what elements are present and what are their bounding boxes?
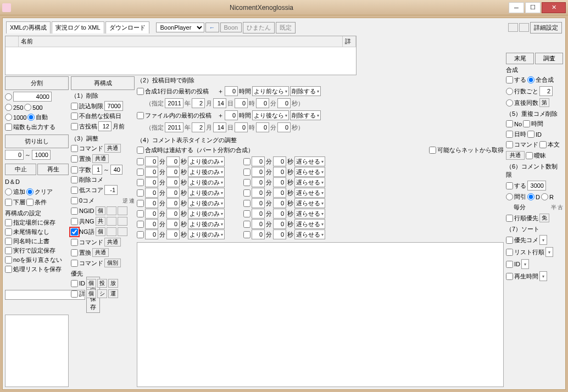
s7-id[interactable] — [506, 261, 513, 268]
t6-chk-a[interactable] — [137, 221, 144, 228]
t7-sec-a[interactable] — [166, 229, 180, 239]
sq-button-2[interactable] — [519, 23, 529, 32]
s5-no[interactable] — [506, 120, 513, 127]
t4-chk-a[interactable] — [137, 200, 144, 207]
s7-list-combo[interactable] — [545, 247, 553, 257]
sec2-first-chk[interactable] — [137, 88, 144, 95]
tab-xml-rebuild[interactable]: XMLの再構成 — [6, 21, 51, 33]
delcmt-chk[interactable] — [71, 176, 78, 183]
repl-chk[interactable] — [71, 155, 78, 163]
sec2-file-chk[interactable] — [137, 112, 144, 119]
t3-delay[interactable]: 遅らせる — [294, 188, 325, 198]
s7-play[interactable] — [506, 273, 513, 280]
sec2-sc2[interactable] — [277, 122, 291, 132]
main-textarea[interactable] — [137, 242, 504, 387]
s7-id-combo[interactable] — [521, 259, 529, 269]
t0-after[interactable]: より後のみ — [188, 156, 225, 166]
t1-after[interactable]: より後のみ — [188, 167, 225, 177]
prio-det-chk[interactable] — [71, 290, 78, 298]
rs-chk-1[interactable] — [5, 228, 12, 236]
sec2-h2[interactable] — [225, 110, 238, 120]
stop-button[interactable]: 中止 — [5, 164, 36, 175]
t7-sec-b[interactable] — [273, 229, 286, 239]
t3-min-a[interactable] — [145, 188, 158, 198]
t6-sec-b[interactable] — [273, 219, 286, 229]
rs-chk-0[interactable] — [5, 219, 12, 226]
s6-r[interactable] — [541, 193, 548, 200]
cmd-chk[interactable] — [71, 145, 78, 152]
sec2-h1[interactable] — [225, 86, 238, 96]
t7-chk-b[interactable] — [243, 231, 250, 238]
tab-log-to-xml[interactable]: 実況ログ to XML — [52, 21, 104, 33]
sec2-mo1[interactable] — [192, 98, 205, 108]
synth-lines-val[interactable] — [539, 86, 553, 96]
t5-chk-a[interactable] — [137, 210, 144, 217]
split-radio-500[interactable] — [24, 104, 31, 111]
t6-sec-a[interactable] — [166, 219, 180, 229]
t1-sec-a[interactable] — [166, 167, 180, 177]
nglang-ind-btn[interactable]: 個 — [96, 227, 105, 236]
s6-exempt[interactable]: 免 — [539, 214, 549, 222]
t2-delay[interactable]: 遅らせる — [294, 177, 325, 187]
ngshare-chk[interactable] — [71, 218, 78, 225]
s7-prio[interactable] — [506, 237, 513, 244]
survey-button[interactable]: 調査 — [535, 53, 563, 64]
prio-release[interactable]: 放 — [108, 279, 118, 288]
split-radio-1000[interactable] — [5, 114, 12, 121]
sec2-mo2[interactable] — [192, 122, 205, 132]
t6-delay[interactable]: 遅らせる — [294, 219, 325, 229]
t4-min-b[interactable] — [252, 198, 265, 208]
sec2-after2[interactable]: より後なら — [252, 110, 289, 120]
ngshare-btn[interactable]: 共 — [96, 217, 105, 226]
split-value-input[interactable] — [13, 92, 52, 102]
unnatural-chk[interactable] — [71, 113, 78, 120]
sec2-mn1[interactable] — [256, 98, 269, 108]
chars-to[interactable] — [110, 165, 122, 175]
repl2-btn[interactable]: 共通 — [92, 248, 109, 257]
split-radio-auto[interactable] — [27, 114, 35, 121]
t0-chk-a[interactable] — [137, 158, 144, 165]
t3-after[interactable]: より後のみ — [188, 188, 225, 198]
t0-sec-b[interactable] — [273, 156, 286, 166]
synth-connect-chk[interactable] — [137, 147, 144, 154]
zerocmt-chk[interactable] — [71, 197, 78, 204]
sec2-del2[interactable]: 削除する — [290, 110, 321, 120]
ngid-ind-btn[interactable]: 個 — [96, 206, 105, 215]
prio-un[interactable]: 運 — [108, 289, 118, 298]
s6-d[interactable] — [527, 193, 534, 200]
fraction-checkbox[interactable] — [5, 124, 12, 131]
ngid-b2[interactable] — [118, 206, 127, 215]
cmd2-btn[interactable]: 共通 — [104, 238, 121, 247]
t6-chk-b[interactable] — [243, 221, 250, 228]
sec2-year1[interactable] — [165, 98, 183, 108]
sec2-day1[interactable] — [213, 98, 226, 108]
t3-chk-a[interactable] — [137, 189, 144, 197]
t2-sec-b[interactable] — [273, 177, 286, 187]
t1-sec-b[interactable] — [273, 167, 286, 177]
t4-after[interactable]: より後のみ — [188, 198, 225, 208]
arrow-left-button[interactable]: ← — [205, 23, 219, 32]
t4-sec-b[interactable] — [273, 198, 286, 208]
old-chk[interactable] — [71, 123, 78, 130]
lowscore-val[interactable] — [104, 185, 118, 195]
s5-common[interactable]: 共通 — [506, 151, 525, 160]
t3-sec-b[interactable] — [273, 188, 286, 198]
t4-delay[interactable]: 遅らせる — [294, 198, 325, 208]
t7-min-b[interactable] — [252, 229, 265, 239]
t5-sec-a[interactable] — [166, 209, 180, 219]
sec2-hr1[interactable] — [235, 98, 248, 108]
rs-chk-3[interactable] — [5, 247, 12, 254]
synth-lines-radio[interactable] — [506, 88, 513, 95]
cmd3-btn[interactable]: 個別 — [104, 259, 121, 267]
t6-min-b[interactable] — [252, 219, 265, 229]
t0-delay[interactable]: 遅らせる — [294, 156, 325, 166]
t1-delay[interactable]: 遅らせる — [294, 167, 325, 177]
nglang-b1[interactable] — [107, 227, 116, 236]
s6-do[interactable] — [506, 182, 513, 189]
s5-cmd[interactable] — [506, 141, 513, 148]
old-val[interactable] — [98, 121, 112, 131]
t6-after[interactable]: より後のみ — [188, 219, 225, 229]
t7-chk-a[interactable] — [137, 231, 144, 238]
prio-id-chk[interactable] — [71, 280, 78, 287]
player-select[interactable]: BoonPlayer — [156, 23, 204, 32]
